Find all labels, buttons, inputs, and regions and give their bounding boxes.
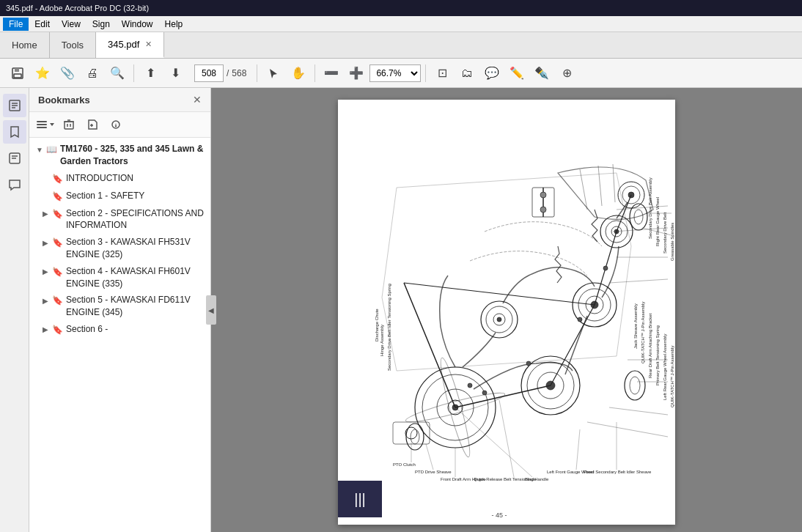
- collapse-sidebar-button[interactable]: ◀: [206, 295, 216, 325]
- bookmark-root-expand-icon[interactable]: ▼: [34, 143, 45, 156]
- bookmark-s6-expand-icon[interactable]: ▶: [40, 323, 51, 336]
- comment-button[interactable]: 💬: [480, 62, 504, 84]
- left-panel-tag-btn[interactable]: [3, 147, 26, 170]
- search-button[interactable]: 🔍: [106, 62, 129, 84]
- bookmark-s4-expand-icon[interactable]: ▶: [40, 265, 51, 278]
- main-content: Bookmarks ✕: [0, 88, 802, 532]
- tab-tools[interactable]: Tools: [50, 32, 96, 58]
- next-page-button[interactable]: ⬇: [163, 62, 187, 84]
- page-separator: /: [227, 68, 229, 78]
- menu-view[interactable]: View: [56, 18, 87, 31]
- page-nav: / 568: [194, 64, 246, 82]
- bookmark-s3-expand-icon[interactable]: ▶: [40, 236, 51, 249]
- watermark-icon: |||: [354, 491, 366, 508]
- save-button[interactable]: [6, 62, 29, 84]
- svg-rect-10: [37, 121, 47, 122]
- zoom-out-button[interactable]: ➖: [320, 62, 343, 84]
- fit-page-button[interactable]: ⊡: [430, 62, 454, 84]
- bookmark-s4-icon: 🔖: [51, 265, 63, 278]
- left-panel-page-btn[interactable]: [3, 94, 26, 117]
- sidebar-new-btn[interactable]: [82, 115, 103, 134]
- sidebar-close-icon[interactable]: ✕: [193, 94, 202, 106]
- sidebar-delete-btn[interactable]: [59, 115, 79, 134]
- bookmark-root-item[interactable]: ▼ 📖 TM1760 - 325, 335 and 345 Lawn & Gar…: [29, 141, 210, 170]
- sep4: [425, 64, 426, 82]
- bookmark-s5-expand-icon[interactable]: ▶: [40, 294, 51, 307]
- sep1: [133, 64, 134, 82]
- print-button[interactable]: 🖨: [81, 62, 104, 84]
- tab-document[interactable]: 345.pdf ✕: [96, 32, 164, 58]
- svg-text:Rear Draft Arm Attaching Brack: Rear Draft Arm Attaching Bracket: [648, 313, 652, 378]
- attach-button[interactable]: 📎: [56, 62, 79, 84]
- sidebar-properties-btn[interactable]: [106, 115, 126, 134]
- bookmark-s2-icon: 🔖: [51, 207, 63, 221]
- svg-point-66: [540, 207, 546, 213]
- pdf-viewport[interactable]: QUIK-TATCH™ J-Pin Assembly Left Rear Gau…: [211, 88, 802, 532]
- svg-point-39: [497, 317, 501, 322]
- bookmark-s1-icon: 🔖: [51, 190, 63, 203]
- tab-bar: Home Tools 345.pdf ✕: [0, 32, 802, 59]
- bookmark-intro-label: INTRODUCTION: [66, 172, 206, 185]
- menu-help[interactable]: Help: [159, 18, 189, 31]
- bookmark-s1-label: Section 1 - SAFETY: [66, 190, 206, 202]
- svg-text:Blade: Blade: [525, 477, 537, 481]
- svg-text:Jack Sheave Assembly: Jack Sheave Assembly: [633, 303, 638, 349]
- bookmark-section4[interactable]: ▶ 🔖 Section 4 - KAWASKAI FH601V ENGINE (…: [35, 263, 210, 292]
- svg-text:Secondary Drive Belt Assembly: Secondary Drive Belt Assembly: [648, 177, 652, 239]
- view-mode-button[interactable]: 🗂: [455, 62, 479, 84]
- bookmark-intro-icon: 🔖: [51, 172, 63, 185]
- bookmark-s5-icon: 🔖: [51, 294, 63, 307]
- svg-text:Right Rear Gauge Wheel: Right Rear Gauge Wheel: [655, 197, 660, 246]
- svg-point-71: [603, 266, 608, 270]
- bookmark-s2-expand-icon[interactable]: ▶: [40, 207, 51, 221]
- svg-text:Left Rear Gauge Wheel Assembly: Left Rear Gauge Wheel Assembly: [663, 334, 667, 400]
- hand-tool-button[interactable]: ✋: [287, 62, 310, 84]
- menu-window[interactable]: Window: [116, 18, 159, 31]
- svg-point-69: [526, 361, 531, 366]
- svg-point-70: [578, 317, 582, 322]
- svg-point-21: [116, 126, 117, 127]
- bookmark-section1[interactable]: 🔖 Section 1 - SAFETY: [35, 188, 210, 205]
- zoom-select[interactable]: 66.7% 50% 75% 100% 125% 150%: [369, 64, 421, 82]
- sep2: [257, 64, 257, 82]
- bookmark-section3[interactable]: ▶ 🔖 Section 3 - KAWASKAI FH531V ENGINE (…: [35, 234, 210, 263]
- menu-edit[interactable]: Edit: [29, 18, 56, 31]
- zoom-in-button[interactable]: ➕: [345, 62, 368, 84]
- menu-file[interactable]: File: [3, 18, 29, 31]
- highlight-button[interactable]: ✏️: [505, 62, 529, 84]
- tab-close-icon[interactable]: ✕: [145, 40, 152, 49]
- bookmark-section2[interactable]: ▶ 🔖 Section 2 - SPECIFICATIONS AND INFOR…: [35, 205, 210, 234]
- sidebar-title: Bookmarks: [38, 95, 90, 106]
- left-panel-comment-btn[interactable]: [3, 173, 26, 196]
- left-panel-bookmark-btn[interactable]: [3, 120, 26, 144]
- svg-point-65: [540, 192, 546, 198]
- svg-text:Primary Belt Tensioning Spring: Primary Belt Tensioning Spring: [655, 325, 660, 385]
- bookmark-root-label: TM1760 - 325, 335 and 345 Lawn & Garden …: [60, 143, 206, 168]
- bookmark-section6[interactable]: ▶ 🔖 Section 6 -: [35, 321, 210, 339]
- svg-text:Quick-Release Belt Tensioning : Quick-Release Belt Tensioning Handle: [474, 477, 549, 481]
- svg-rect-2: [14, 74, 21, 78]
- sidebar-menu-btn[interactable]: [35, 115, 56, 134]
- star-button[interactable]: ⭐: [31, 62, 54, 84]
- toolbar: ⭐ 📎 🖨 🔍 ⬆ ⬇ / 568 ✋ ➖ ➕ 66.7% 50% 75% 10…: [0, 59, 802, 88]
- more-tools-button[interactable]: ⊕: [555, 62, 578, 84]
- bookmark-s2-label: Section 2 - SPECIFICATIONS AND INFORMATI…: [66, 207, 206, 232]
- sep3: [314, 64, 315, 82]
- page-number-input[interactable]: [194, 64, 224, 82]
- menu-sign[interactable]: Sign: [87, 18, 116, 31]
- page-total: 568: [232, 68, 246, 78]
- title-bar-text: 345.pdf - Adobe Acrobat Pro DC (32-bit): [6, 4, 796, 12]
- svg-point-67: [468, 383, 472, 388]
- bookmark-introduction[interactable]: 🔖 INTRODUCTION: [35, 170, 210, 188]
- svg-text:QUIK-TATCH™ J-Pin Assembly: QUIK-TATCH™ J-Pin Assembly: [641, 302, 645, 363]
- draw-button[interactable]: ✒️: [530, 62, 553, 84]
- cursor-tool-button[interactable]: [262, 62, 285, 84]
- prev-page-button[interactable]: ⬆: [139, 62, 162, 84]
- tab-home[interactable]: Home: [0, 32, 50, 58]
- sidebar-content[interactable]: ▼ 📖 TM1760 - 325, 335 and 345 Lawn & Gar…: [29, 138, 210, 532]
- svg-rect-1: [15, 68, 19, 72]
- bookmark-s5-label: Section 5 - KAWASKAI FD611V ENGINE (345): [66, 294, 206, 319]
- svg-text:- 45 -: - 45 -: [491, 511, 507, 519]
- svg-text:PTD Drive Sheave: PTD Drive Sheave: [415, 470, 452, 474]
- bookmark-section5[interactable]: ▶ 🔖 Section 5 - KAWASKAI FD611V ENGINE (…: [35, 292, 210, 321]
